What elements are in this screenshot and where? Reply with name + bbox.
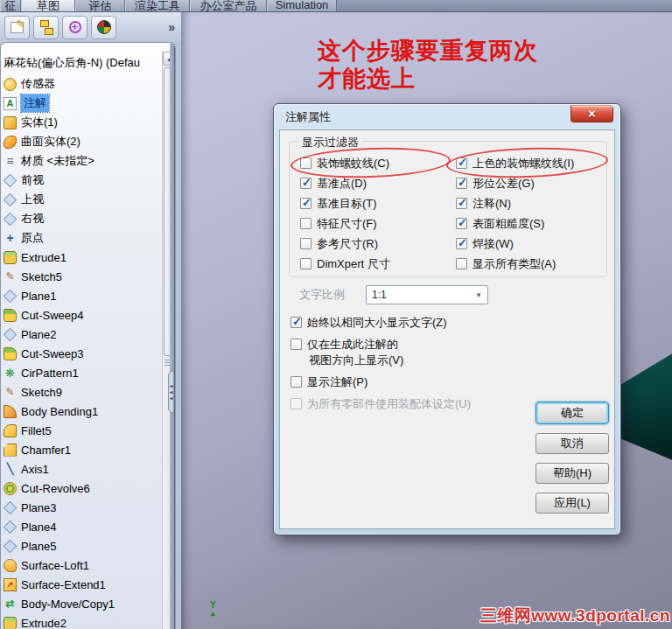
tree-item[interactable]: Axis1	[1, 459, 162, 479]
checkbox[interactable]	[290, 376, 302, 388]
watermark: 三维网www.3dportal.cn	[480, 605, 670, 627]
filter-checkbox-row[interactable]: 基准点(D)	[300, 173, 447, 193]
checkbox[interactable]	[300, 178, 312, 189]
tree-item[interactable]: Body Bending1	[1, 402, 162, 421]
toolbar-overflow-chevron[interactable]: »	[168, 20, 175, 34]
command-tab[interactable]: 征	[0, 0, 21, 11]
tree-root-item[interactable]: 麻花钻(偏心后角-N) (Defau	[4, 55, 162, 71]
checkbox-label: 上色的装饰螺纹线(I)	[472, 156, 574, 171]
option-checkbox-row[interactable]: 显示注解(P)	[290, 374, 544, 390]
tree-item[interactable]: Surface-Extend1	[1, 575, 162, 594]
tree-item[interactable]: Plane2	[1, 325, 162, 344]
tree-item[interactable]: Plane1	[1, 286, 162, 305]
tree-item[interactable]: Sketch5	[1, 267, 162, 286]
filter-checkbox-row[interactable]: 显示所有类型(A)	[456, 254, 605, 274]
option-checkbox-row[interactable]: 为所有零部件使用装配体设定(U)	[290, 396, 544, 412]
tree-item[interactable]: 注解	[1, 94, 162, 113]
tree-item[interactable]: 上视	[1, 190, 162, 209]
text-scale-dropdown[interactable]: 1:1 ▼	[366, 285, 488, 304]
filter-checkbox-row[interactable]: 表面粗糙度(S)	[456, 213, 605, 234]
tree-item[interactable]: Sketch9	[1, 382, 162, 402]
color-sphere-icon	[97, 20, 111, 34]
axis-arrow-icon: ▲	[210, 610, 216, 618]
tree-item[interactable]: Body-Move/Copy1	[1, 594, 162, 613]
tree-item[interactable]: Fillet5	[1, 421, 162, 440]
tree-item[interactable]: Plane4	[1, 517, 162, 536]
command-tab[interactable]: 草图	[21, 0, 75, 11]
command-tab[interactable]: Simulation	[267, 0, 337, 11]
tree-item[interactable]: 右视	[1, 209, 162, 228]
tree-item[interactable]: 曲面实体(2)	[1, 132, 162, 151]
dialog-button[interactable]: 取消	[536, 433, 609, 454]
tree-item[interactable]: 材质 <未指定>	[1, 151, 162, 171]
checkbox[interactable]	[300, 258, 312, 269]
panel-divider[interactable]: ◀ ◀ ◀	[170, 43, 175, 629]
checkbox[interactable]	[290, 339, 302, 350]
filter-checkbox-row[interactable]: 上色的装饰螺纹线(I)	[456, 153, 605, 173]
tree-item[interactable]: 原点	[1, 228, 162, 248]
checkbox[interactable]	[300, 157, 312, 169]
filter-checkbox-row[interactable]: 特征尺寸(F)	[300, 213, 447, 234]
filter-checkbox-row[interactable]: 装饰螺蚊线(C)	[300, 153, 447, 173]
checkbox[interactable]	[456, 218, 467, 229]
checkbox[interactable]	[290, 398, 302, 409]
annotation-line2: 才能选上	[318, 65, 538, 93]
filter-checkbox-row[interactable]: DimXpert 尺寸	[300, 254, 447, 274]
option-label: 仅在生成此注解的	[307, 337, 403, 353]
appearance-button[interactable]	[91, 16, 116, 39]
dialog-button[interactable]: 应用(L)	[536, 493, 609, 514]
checkbox[interactable]	[456, 178, 467, 189]
collapse-arrow-icon: ◀	[170, 390, 173, 395]
checkbox[interactable]	[456, 157, 467, 169]
plane-icon	[4, 521, 17, 534]
tree-item[interactable]: 传感器	[1, 74, 162, 94]
panel-collapse-handle[interactable]: ◀ ◀ ◀	[168, 371, 174, 413]
tree-item[interactable]: 实体(1)	[1, 113, 162, 132]
tree-item-label: Axis1	[21, 463, 49, 476]
filter-checkbox-row[interactable]: 基准目标(T)	[300, 193, 447, 213]
tree-item[interactable]: Extrude2	[1, 613, 162, 629]
tree-item[interactable]: Cut-Sweep3	[1, 344, 162, 363]
command-tab[interactable]: 评估	[75, 0, 125, 11]
tree-item[interactable]: Cut-Sweep4	[1, 305, 162, 325]
filter-checkbox-row[interactable]: 参考尺寸(R)	[300, 234, 447, 254]
tree-item[interactable]: CirPattern1	[1, 363, 162, 382]
tree-item[interactable]: Plane3	[1, 498, 162, 517]
checkbox[interactable]	[300, 198, 312, 209]
annotation-properties-dialog: 注解属性 × 显示过滤器 装饰螺蚊线(C) 基准点(D)	[273, 103, 621, 535]
checkbox[interactable]	[456, 258, 467, 269]
body-bending-icon	[4, 405, 17, 418]
checkbox[interactable]	[456, 198, 467, 209]
circular-pattern-icon	[4, 367, 17, 380]
filter-checkbox-row[interactable]: 注释(N)	[456, 193, 605, 213]
command-tab[interactable]: 渲染工具	[125, 0, 190, 11]
dialog-button[interactable]: 帮助(H)	[536, 463, 609, 484]
command-tab[interactable]: 办公室产品	[190, 0, 267, 11]
tree-item-label: Plane5	[21, 540, 56, 553]
dialog-button[interactable]: 确定	[536, 402, 609, 424]
checkbox[interactable]	[300, 238, 312, 249]
filter-checkbox-row[interactable]: 焊接(W)	[456, 234, 605, 254]
annotation-properties-button[interactable]	[4, 16, 30, 39]
hierarchy-button[interactable]	[33, 16, 59, 39]
checkbox[interactable]	[290, 317, 302, 328]
button-label: 确定	[561, 406, 584, 419]
checkbox[interactable]	[456, 238, 467, 249]
close-button[interactable]: ×	[570, 105, 613, 122]
sensors-icon	[4, 78, 17, 91]
target-button[interactable]	[62, 16, 88, 39]
tree-item[interactable]: Surface-Loft1	[1, 556, 162, 575]
checkbox[interactable]	[300, 218, 312, 229]
option-checkbox-row[interactable]: 仅在生成此注解的 视图方向上显示(V)	[290, 337, 544, 368]
checkbox-label: 装饰螺蚊线(C)	[317, 156, 389, 171]
tree-item[interactable]: Chamfer1	[1, 440, 162, 459]
option-checkbox-row[interactable]: 始终以相同大小显示文字(Z)	[290, 315, 544, 331]
tab-label: Simulation	[276, 0, 329, 11]
body-move-copy-icon	[4, 598, 17, 611]
tree-item-label: Plane2	[21, 328, 56, 341]
tree-item[interactable]: Plane5	[1, 536, 162, 556]
filter-checkbox-row[interactable]: 形位公差(G)	[456, 173, 605, 193]
tree-item[interactable]: Extrude1	[1, 248, 162, 267]
tree-item[interactable]: Cut-Revolve6	[1, 479, 162, 498]
tree-item[interactable]: 前视	[1, 171, 162, 190]
